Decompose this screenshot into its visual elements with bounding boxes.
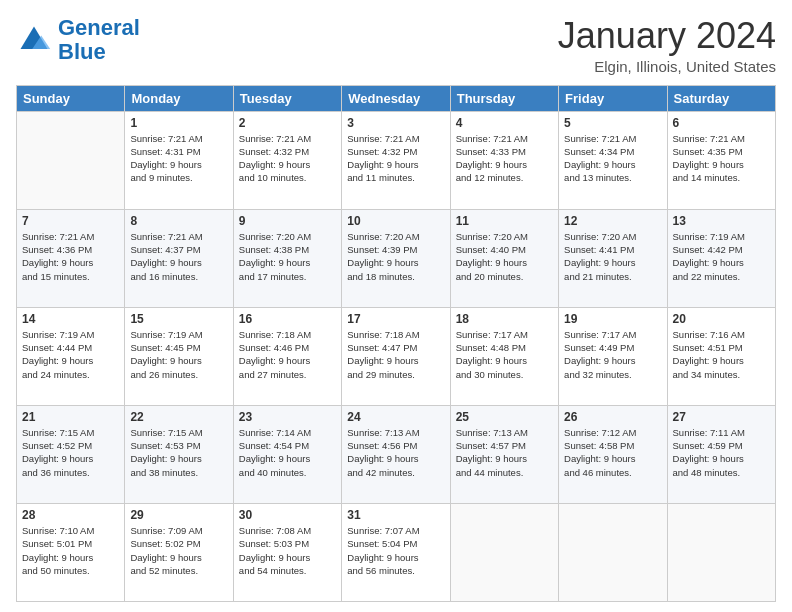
table-row: 29 Sunrise: 7:09 AMSunset: 5:02 PMDaylig… xyxy=(125,503,233,601)
day-info: Sunrise: 7:21 AMSunset: 4:37 PMDaylight:… xyxy=(130,230,227,283)
day-info: Sunrise: 7:14 AMSunset: 4:54 PMDaylight:… xyxy=(239,426,336,479)
day-number: 21 xyxy=(22,410,119,424)
day-number: 7 xyxy=(22,214,119,228)
day-info: Sunrise: 7:13 AMSunset: 4:56 PMDaylight:… xyxy=(347,426,444,479)
day-number: 6 xyxy=(673,116,770,130)
day-info: Sunrise: 7:09 AMSunset: 5:02 PMDaylight:… xyxy=(130,524,227,577)
calendar-week-row: 1 Sunrise: 7:21 AMSunset: 4:31 PMDayligh… xyxy=(17,111,776,209)
table-row: 16 Sunrise: 7:18 AMSunset: 4:46 PMDaylig… xyxy=(233,307,341,405)
table-row: 7 Sunrise: 7:21 AMSunset: 4:36 PMDayligh… xyxy=(17,209,125,307)
day-number: 5 xyxy=(564,116,661,130)
day-info: Sunrise: 7:16 AMSunset: 4:51 PMDaylight:… xyxy=(673,328,770,381)
day-number: 15 xyxy=(130,312,227,326)
day-info: Sunrise: 7:20 AMSunset: 4:38 PMDaylight:… xyxy=(239,230,336,283)
day-number: 27 xyxy=(673,410,770,424)
calendar-week-row: 7 Sunrise: 7:21 AMSunset: 4:36 PMDayligh… xyxy=(17,209,776,307)
table-row xyxy=(17,111,125,209)
day-info: Sunrise: 7:21 AMSunset: 4:32 PMDaylight:… xyxy=(239,132,336,185)
day-number: 24 xyxy=(347,410,444,424)
table-row: 13 Sunrise: 7:19 AMSunset: 4:42 PMDaylig… xyxy=(667,209,775,307)
table-row: 10 Sunrise: 7:20 AMSunset: 4:39 PMDaylig… xyxy=(342,209,450,307)
day-info: Sunrise: 7:20 AMSunset: 4:40 PMDaylight:… xyxy=(456,230,553,283)
logo-line2: Blue xyxy=(58,39,106,64)
logo-line1: General xyxy=(58,15,140,40)
day-number: 17 xyxy=(347,312,444,326)
day-info: Sunrise: 7:19 AMSunset: 4:45 PMDaylight:… xyxy=(130,328,227,381)
day-number: 1 xyxy=(130,116,227,130)
day-number: 3 xyxy=(347,116,444,130)
day-number: 2 xyxy=(239,116,336,130)
day-info: Sunrise: 7:18 AMSunset: 4:47 PMDaylight:… xyxy=(347,328,444,381)
table-row: 12 Sunrise: 7:20 AMSunset: 4:41 PMDaylig… xyxy=(559,209,667,307)
table-row: 17 Sunrise: 7:18 AMSunset: 4:47 PMDaylig… xyxy=(342,307,450,405)
day-number: 14 xyxy=(22,312,119,326)
header: General Blue January 2024 Elgin, Illinoi… xyxy=(16,16,776,75)
table-row: 22 Sunrise: 7:15 AMSunset: 4:53 PMDaylig… xyxy=(125,405,233,503)
title-block: January 2024 Elgin, Illinois, United Sta… xyxy=(558,16,776,75)
day-number: 26 xyxy=(564,410,661,424)
col-monday: Monday xyxy=(125,85,233,111)
col-wednesday: Wednesday xyxy=(342,85,450,111)
col-friday: Friday xyxy=(559,85,667,111)
day-info: Sunrise: 7:17 AMSunset: 4:48 PMDaylight:… xyxy=(456,328,553,381)
day-info: Sunrise: 7:18 AMSunset: 4:46 PMDaylight:… xyxy=(239,328,336,381)
day-info: Sunrise: 7:15 AMSunset: 4:52 PMDaylight:… xyxy=(22,426,119,479)
day-number: 28 xyxy=(22,508,119,522)
table-row: 18 Sunrise: 7:17 AMSunset: 4:48 PMDaylig… xyxy=(450,307,558,405)
day-number: 22 xyxy=(130,410,227,424)
day-info: Sunrise: 7:08 AMSunset: 5:03 PMDaylight:… xyxy=(239,524,336,577)
day-info: Sunrise: 7:10 AMSunset: 5:01 PMDaylight:… xyxy=(22,524,119,577)
day-number: 20 xyxy=(673,312,770,326)
day-number: 16 xyxy=(239,312,336,326)
day-number: 31 xyxy=(347,508,444,522)
day-info: Sunrise: 7:17 AMSunset: 4:49 PMDaylight:… xyxy=(564,328,661,381)
table-row: 21 Sunrise: 7:15 AMSunset: 4:52 PMDaylig… xyxy=(17,405,125,503)
day-info: Sunrise: 7:12 AMSunset: 4:58 PMDaylight:… xyxy=(564,426,661,479)
day-number: 9 xyxy=(239,214,336,228)
calendar-header-row: Sunday Monday Tuesday Wednesday Thursday… xyxy=(17,85,776,111)
logo-text: General Blue xyxy=(58,16,140,64)
calendar-week-row: 21 Sunrise: 7:15 AMSunset: 4:52 PMDaylig… xyxy=(17,405,776,503)
logo: General Blue xyxy=(16,16,140,64)
day-info: Sunrise: 7:21 AMSunset: 4:35 PMDaylight:… xyxy=(673,132,770,185)
table-row: 9 Sunrise: 7:20 AMSunset: 4:38 PMDayligh… xyxy=(233,209,341,307)
general-blue-logo-icon xyxy=(16,22,52,58)
page: General Blue January 2024 Elgin, Illinoi… xyxy=(0,0,792,612)
table-row: 25 Sunrise: 7:13 AMSunset: 4:57 PMDaylig… xyxy=(450,405,558,503)
calendar-week-row: 14 Sunrise: 7:19 AMSunset: 4:44 PMDaylig… xyxy=(17,307,776,405)
table-row: 1 Sunrise: 7:21 AMSunset: 4:31 PMDayligh… xyxy=(125,111,233,209)
day-info: Sunrise: 7:21 AMSunset: 4:36 PMDaylight:… xyxy=(22,230,119,283)
table-row: 24 Sunrise: 7:13 AMSunset: 4:56 PMDaylig… xyxy=(342,405,450,503)
day-info: Sunrise: 7:13 AMSunset: 4:57 PMDaylight:… xyxy=(456,426,553,479)
day-info: Sunrise: 7:21 AMSunset: 4:33 PMDaylight:… xyxy=(456,132,553,185)
table-row: 30 Sunrise: 7:08 AMSunset: 5:03 PMDaylig… xyxy=(233,503,341,601)
day-info: Sunrise: 7:07 AMSunset: 5:04 PMDaylight:… xyxy=(347,524,444,577)
day-number: 12 xyxy=(564,214,661,228)
table-row: 14 Sunrise: 7:19 AMSunset: 4:44 PMDaylig… xyxy=(17,307,125,405)
table-row: 15 Sunrise: 7:19 AMSunset: 4:45 PMDaylig… xyxy=(125,307,233,405)
day-info: Sunrise: 7:19 AMSunset: 4:44 PMDaylight:… xyxy=(22,328,119,381)
table-row: 2 Sunrise: 7:21 AMSunset: 4:32 PMDayligh… xyxy=(233,111,341,209)
day-number: 29 xyxy=(130,508,227,522)
day-number: 4 xyxy=(456,116,553,130)
calendar-table: Sunday Monday Tuesday Wednesday Thursday… xyxy=(16,85,776,602)
col-saturday: Saturday xyxy=(667,85,775,111)
col-sunday: Sunday xyxy=(17,85,125,111)
calendar-title: January 2024 xyxy=(558,16,776,56)
calendar-week-row: 28 Sunrise: 7:10 AMSunset: 5:01 PMDaylig… xyxy=(17,503,776,601)
table-row: 5 Sunrise: 7:21 AMSunset: 4:34 PMDayligh… xyxy=(559,111,667,209)
table-row: 3 Sunrise: 7:21 AMSunset: 4:32 PMDayligh… xyxy=(342,111,450,209)
table-row xyxy=(667,503,775,601)
table-row xyxy=(450,503,558,601)
day-number: 25 xyxy=(456,410,553,424)
day-number: 19 xyxy=(564,312,661,326)
day-number: 11 xyxy=(456,214,553,228)
table-row: 31 Sunrise: 7:07 AMSunset: 5:04 PMDaylig… xyxy=(342,503,450,601)
day-info: Sunrise: 7:11 AMSunset: 4:59 PMDaylight:… xyxy=(673,426,770,479)
day-number: 18 xyxy=(456,312,553,326)
day-info: Sunrise: 7:19 AMSunset: 4:42 PMDaylight:… xyxy=(673,230,770,283)
table-row: 11 Sunrise: 7:20 AMSunset: 4:40 PMDaylig… xyxy=(450,209,558,307)
day-info: Sunrise: 7:21 AMSunset: 4:32 PMDaylight:… xyxy=(347,132,444,185)
day-info: Sunrise: 7:20 AMSunset: 4:39 PMDaylight:… xyxy=(347,230,444,283)
day-number: 10 xyxy=(347,214,444,228)
